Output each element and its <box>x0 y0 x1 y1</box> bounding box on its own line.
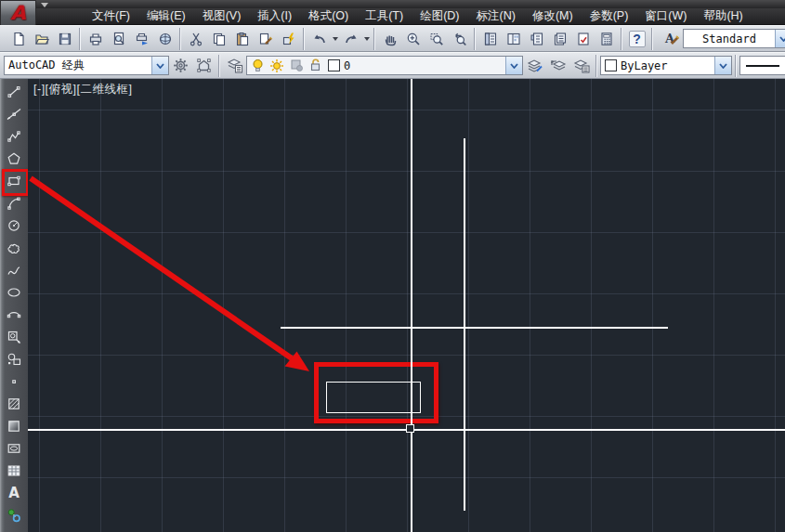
new-file-icon <box>11 32 26 46</box>
combobox-chevron-icon[interactable] <box>505 57 522 74</box>
menu-window[interactable]: 窗口(W) <box>641 7 690 25</box>
application-menu-caret-icon[interactable] <box>41 3 48 7</box>
revision-cloud-tool[interactable] <box>2 237 26 259</box>
gradient-tool[interactable] <box>2 415 26 437</box>
region-tool[interactable] <box>2 437 26 460</box>
tool-palettes-icon <box>530 32 544 46</box>
redo-dropdown-caret[interactable] <box>362 28 371 50</box>
crosshair-pickbox <box>406 424 414 433</box>
drawing-canvas[interactable]: [-][俯视][二维线框] <box>28 79 785 532</box>
layer-properties-manager-button[interactable] <box>223 54 246 78</box>
match-properties-button[interactable] <box>254 27 277 51</box>
quick-calc-button[interactable] <box>595 27 618 51</box>
insert-block-tool[interactable] <box>2 326 26 348</box>
layer-combobox[interactable]: 0 <box>246 56 523 75</box>
menu-modify[interactable]: 修改(M) <box>529 7 577 25</box>
polygon-tool[interactable] <box>2 148 26 170</box>
combobox-chevron-icon[interactable] <box>714 57 731 74</box>
paste-button[interactable] <box>230 27 254 51</box>
spline-tool[interactable] <box>2 259 26 281</box>
tool-palettes-button[interactable] <box>525 27 548 51</box>
new-button[interactable] <box>7 27 30 51</box>
menu-help[interactable]: 帮助(H) <box>700 7 746 25</box>
linetype-control-combobox[interactable] <box>739 56 785 75</box>
circle-tool[interactable] <box>2 214 26 237</box>
table-tool[interactable] <box>2 460 26 482</box>
layer-states-button[interactable] <box>569 54 593 78</box>
printer-icon <box>88 32 103 46</box>
text-style-icon: A <box>663 31 680 46</box>
layer-color-swatch[interactable] <box>328 59 340 71</box>
workspace-combobox[interactable]: AutoCAD 经典 <box>4 56 169 75</box>
redo-arrow-icon <box>344 32 359 46</box>
add-selected-tool[interactable] <box>2 504 26 526</box>
menu-parametric[interactable]: 参数(P) <box>586 7 633 25</box>
sun-on-icon[interactable] <box>269 58 284 73</box>
undo-button[interactable] <box>307 27 331 51</box>
properties-button[interactable] <box>478 27 502 51</box>
menu-format[interactable]: 格式(O) <box>305 7 352 25</box>
workspace-settings-button[interactable] <box>169 54 192 78</box>
help-button[interactable]: ? <box>625 27 648 51</box>
zoom-window-button[interactable] <box>425 27 448 51</box>
zoom-realtime-button[interactable] <box>401 27 425 51</box>
color-control-combobox[interactable]: ByLayer <box>600 56 732 75</box>
toolbar-separator <box>595 55 597 77</box>
my-workspace-button[interactable] <box>192 54 216 78</box>
open-button[interactable] <box>30 27 53 51</box>
sheet-set-icon <box>553 32 568 46</box>
plot-preview-button[interactable] <box>107 27 130 51</box>
publish-button[interactable] <box>130 27 153 51</box>
menu-bar: 文件(F) 编辑(E) 视图(V) 插入(I) 格式(O) 工具(T) 绘图(D… <box>0 8 785 25</box>
ellipse-tool[interactable] <box>2 281 26 304</box>
cut-button[interactable] <box>184 27 207 51</box>
multiline-text-tool[interactable]: A <box>2 482 26 504</box>
menu-tools[interactable]: 工具(T) <box>361 7 407 25</box>
polyline-tool[interactable] <box>2 125 26 148</box>
make-block-tool[interactable] <box>2 348 26 370</box>
ellipse-arc-tool[interactable] <box>2 304 26 326</box>
hatch-tool[interactable] <box>2 393 26 415</box>
transparency-icon[interactable] <box>290 58 304 72</box>
scissors-icon <box>189 32 203 46</box>
redo-button[interactable] <box>339 27 362 51</box>
menu-draw[interactable]: 绘图(D) <box>416 7 463 25</box>
toolbar-separator <box>79 28 81 50</box>
layer-previous-button[interactable] <box>546 54 569 78</box>
construction-line-tool[interactable] <box>2 103 26 125</box>
drawn-vertical-line[interactable] <box>464 138 465 511</box>
menu-insert[interactable]: 插入(I) <box>254 7 295 25</box>
save-button[interactable] <box>53 27 76 51</box>
markup-set-manager-button[interactable] <box>571 27 595 51</box>
line-tool[interactable] <box>2 81 26 103</box>
print-preview-icon <box>111 32 126 46</box>
design-center-button[interactable] <box>502 27 525 51</box>
3d-dwf-button[interactable] <box>153 27 177 51</box>
text-style-button[interactable]: A <box>660 27 683 51</box>
block-editor-lightning-icon <box>281 32 296 46</box>
layer-previous-icon <box>550 58 567 73</box>
menu-file[interactable]: 文件(F) <box>88 7 134 25</box>
point-tool[interactable] <box>2 370 26 393</box>
lock-open-icon[interactable] <box>309 58 321 72</box>
combobox-chevron-icon[interactable] <box>151 57 168 74</box>
application-menu-button[interactable]: A <box>0 0 36 27</box>
calculator-icon <box>599 32 614 46</box>
text-style-combobox[interactable]: Standard <box>683 29 785 48</box>
bulb-on-icon[interactable] <box>252 58 264 72</box>
block-editor-button[interactable] <box>277 27 300 51</box>
plot-button[interactable] <box>84 27 107 51</box>
make-object-layer-current-button[interactable] <box>523 54 546 78</box>
pan-button[interactable] <box>378 27 401 51</box>
drawn-horizontal-line[interactable] <box>281 327 668 329</box>
menu-dimension[interactable]: 标注(N) <box>473 7 519 25</box>
copy-button[interactable] <box>207 27 230 51</box>
sheet-set-manager-button[interactable] <box>548 27 571 51</box>
undo-dropdown-caret[interactable] <box>331 28 339 50</box>
menu-view[interactable]: 视图(V) <box>199 7 245 25</box>
combobox-chevron-icon[interactable] <box>775 30 785 47</box>
menu-edit[interactable]: 编辑(E) <box>143 7 190 25</box>
zoom-previous-button[interactable] <box>448 27 471 51</box>
workspace-value: AutoCAD 经典 <box>5 58 151 73</box>
viewport-controls-label[interactable]: [-][俯视][二维线框] <box>33 82 133 97</box>
